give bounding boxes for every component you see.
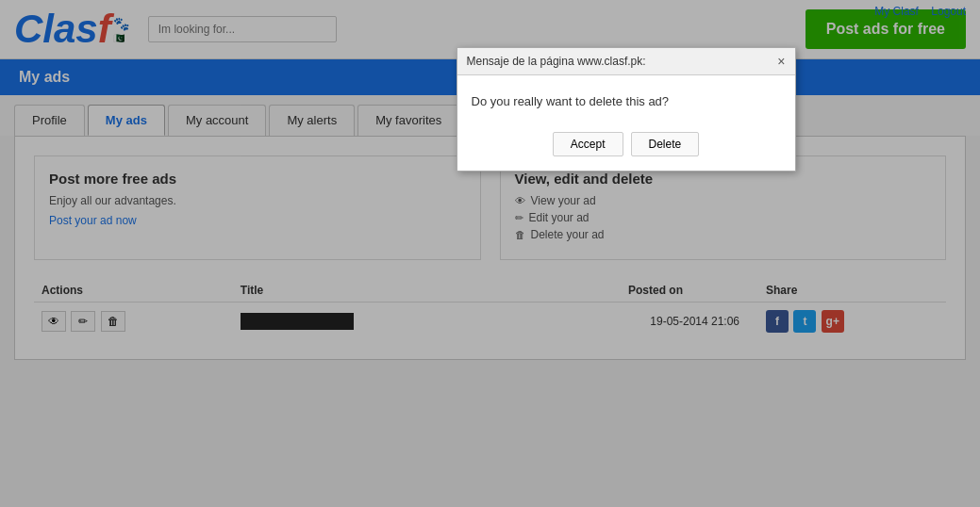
delete-confirmation-modal: Mensaje de la página www.clasf.pk: × Do … bbox=[457, 47, 796, 172]
accept-button[interactable]: Accept bbox=[553, 132, 623, 156]
modal-buttons: Accept Delete bbox=[457, 123, 795, 171]
modal-title: Mensaje de la página www.clasf.pk: bbox=[467, 55, 646, 68]
modal-body: Do you really want to delete this ad? bbox=[457, 75, 795, 123]
modal-message: Do you really want to delete this ad? bbox=[472, 94, 670, 108]
modal-close-button[interactable]: × bbox=[777, 54, 785, 69]
modal-header: Mensaje de la página www.clasf.pk: × bbox=[457, 48, 795, 75]
delete-button[interactable]: Delete bbox=[631, 132, 700, 156]
